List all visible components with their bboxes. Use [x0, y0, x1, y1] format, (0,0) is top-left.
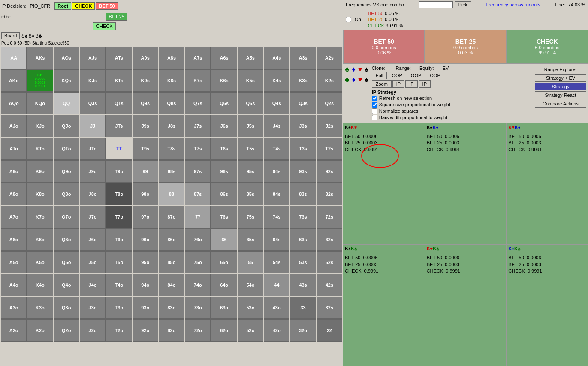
grid-cell[interactable]: 83o	[159, 297, 184, 319]
grid-cell[interactable]: Q8s	[159, 92, 184, 114]
grid-cell[interactable]: 72s	[317, 206, 342, 228]
grid-cell[interactable]: J6s	[211, 115, 237, 137]
ip-button2[interactable]: IP	[405, 80, 417, 88]
grid-cell[interactable]: 87s	[185, 183, 211, 205]
grid-cell[interactable]: J3s	[290, 115, 316, 137]
grid-cell[interactable]: J5s	[238, 115, 263, 137]
grid-cell[interactable]: 72o	[185, 319, 211, 342]
grid-cell[interactable]: K7s	[185, 69, 211, 92]
grid-cell[interactable]: A7s	[185, 47, 211, 69]
grid-cell[interactable]: 55	[238, 251, 263, 273]
grid-cell[interactable]: J9o	[80, 160, 106, 183]
grid-cell[interactable]: K8o	[27, 183, 53, 205]
oop-button3[interactable]: OOP	[426, 72, 444, 79]
grid-cell[interactable]: K2o	[27, 319, 53, 342]
grid-cell[interactable]: Q2o	[54, 319, 79, 342]
combo-cell[interactable]: K♦K♣BET 50 0.0006BET 25 0.0003CHECK 0.99…	[507, 245, 588, 366]
combo-cell[interactable]: K♥K♦BET 50 0.0006BET 25 0.0003CHECK 0.99…	[507, 123, 588, 245]
grid-cell[interactable]: 33	[290, 297, 316, 319]
grid-cell[interactable]: 93s	[290, 160, 316, 183]
grid-cell[interactable]: 94o	[133, 274, 158, 296]
grid-cell[interactable]: QJs	[80, 92, 106, 114]
ip-button1[interactable]: IP	[392, 80, 404, 88]
grid-cell[interactable]: 92s	[317, 160, 342, 183]
grid-cell[interactable]: 84s	[264, 183, 289, 205]
grid-cell[interactable]: 97o	[133, 206, 158, 228]
grid-cell[interactable]: 95o	[133, 251, 158, 273]
grid-cell[interactable]: ATs	[106, 47, 132, 69]
grid-cell[interactable]: Q3o	[54, 297, 79, 319]
grid-cell[interactable]: Q6s	[211, 92, 237, 114]
grid-cell[interactable]: 62s	[317, 228, 342, 251]
grid-cell[interactable]: T2o	[106, 319, 132, 342]
grid-cell[interactable]: JTs	[106, 115, 132, 137]
grid-cell[interactable]: A5o	[1, 251, 27, 273]
grid-cell[interactable]: KTo	[27, 138, 53, 160]
grid-cell[interactable]: 93o	[133, 297, 158, 319]
grid-cell[interactable]: Q8o	[54, 183, 79, 205]
grid-cell[interactable]: 22	[317, 319, 342, 342]
grid-cell[interactable]: 85s	[238, 183, 263, 205]
refresh-checkbox[interactable]	[372, 96, 377, 101]
spade-icon1[interactable]: ♠	[365, 66, 368, 73]
club-icon1[interactable]: ♣	[345, 66, 350, 73]
grid-cell[interactable]: J7o	[80, 206, 106, 228]
grid-cell[interactable]: K3o	[27, 297, 53, 319]
grid-cell[interactable]: Q6o	[54, 228, 79, 251]
grid-cell[interactable]: J2s	[317, 115, 342, 137]
grid-cell[interactable]: 62o	[211, 319, 237, 342]
grid-cell[interactable]: 54o	[238, 274, 263, 296]
grid-cell[interactable]: K9s	[133, 69, 158, 92]
strategy-ev-button[interactable]: Strategy + EV	[535, 74, 586, 82]
grid-cell[interactable]: J6o	[80, 228, 106, 251]
range-explorer-button[interactable]: Range Explorer	[535, 66, 586, 73]
grid-cell[interactable]: K4s	[264, 69, 289, 92]
grid-cell[interactable]: TT	[106, 138, 132, 160]
diamond-icon2[interactable]: ♦	[352, 76, 356, 84]
full-button[interactable]: Full	[372, 72, 387, 79]
strategy-react-button[interactable]: Strategy React	[535, 91, 586, 99]
grid-cell[interactable]: 98o	[133, 183, 158, 205]
grid-cell[interactable]: T4s	[264, 138, 289, 160]
grid-cell[interactable]: J9s	[133, 115, 158, 137]
grid-cell[interactable]: ATo	[1, 138, 27, 160]
grid-cell[interactable]: A8s	[159, 47, 184, 69]
grid-cell[interactable]: Q7s	[185, 92, 211, 114]
grid-cell[interactable]: 97s	[185, 160, 211, 183]
grid-cell[interactable]: K6o	[27, 228, 53, 251]
grid-cell[interactable]: 83s	[290, 183, 316, 205]
normalize-checkbox[interactable]	[372, 108, 377, 114]
grid-cell[interactable]: QQ	[54, 92, 79, 114]
combo-cell[interactable]: K♠K♦BET 50 0.0006BET 25 0.0003CHECK 0.99…	[425, 123, 507, 245]
grid-cell[interactable]: T5s	[238, 138, 263, 160]
pick-button[interactable]: Pick	[455, 1, 471, 8]
on-checkbox[interactable]	[346, 17, 351, 22]
combo-cell[interactable]: K♠K♥BET 50 0.0006BET 25 0.0003CHECK 0.99…	[343, 123, 425, 245]
grid-cell[interactable]: T9o	[106, 160, 132, 183]
grid-cell[interactable]: 63s	[290, 228, 316, 251]
grid-cell[interactable]: 66	[211, 228, 237, 251]
grid-cell[interactable]: 63o	[211, 297, 237, 319]
compare-actions-button[interactable]: Compare Actions	[535, 100, 586, 108]
grid-cell[interactable]: A9s	[133, 47, 158, 69]
zoom-button[interactable]: Zoom	[372, 80, 392, 88]
grid-cell[interactable]: A2o	[1, 319, 27, 342]
square-checkbox[interactable]	[372, 102, 377, 108]
grid-cell[interactable]: 65o	[211, 251, 237, 273]
grid-cell[interactable]: K4o	[27, 274, 53, 296]
grid-cell[interactable]: T8o	[106, 183, 132, 205]
grid-cell[interactable]: 86s	[211, 183, 237, 205]
grid-cell[interactable]: KTs	[106, 69, 132, 92]
grid-cell[interactable]: 96o	[133, 228, 158, 251]
grid-cell[interactable]: QJo	[54, 115, 79, 137]
grid-cell[interactable]: A2s	[317, 47, 342, 69]
grid-cell[interactable]: 64o	[211, 274, 237, 296]
grid-cell[interactable]: 32s	[317, 297, 342, 319]
grid-cell[interactable]: 73s	[290, 206, 316, 228]
grid-cell[interactable]: J3o	[80, 297, 106, 319]
grid-cell[interactable]: KK0.00060.00030.9991	[27, 69, 53, 92]
grid-cell[interactable]: 73o	[185, 297, 211, 319]
grid-cell[interactable]: AJo	[1, 115, 27, 137]
grid-cell[interactable]: 53s	[290, 251, 316, 273]
grid-cell[interactable]: KJs	[80, 69, 106, 92]
